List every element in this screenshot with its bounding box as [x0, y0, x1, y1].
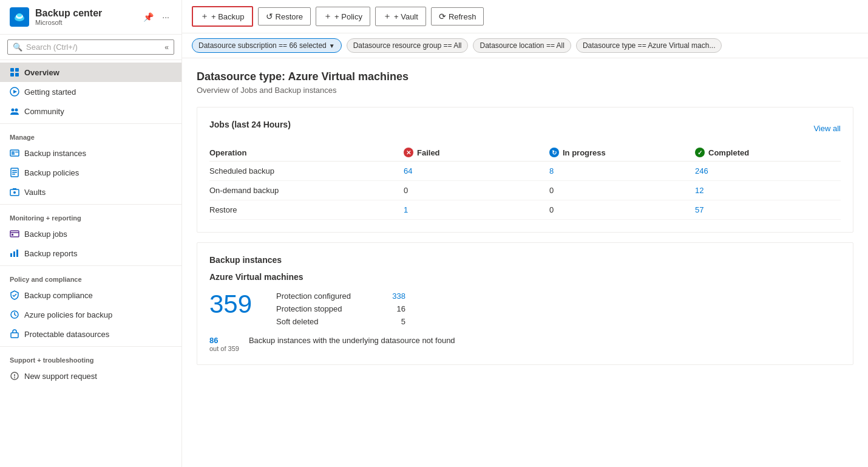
plus-icon: ＋ — [200, 11, 209, 22]
sidebar-item-backup-policies[interactable]: Backup policies — [0, 163, 181, 182]
sidebar-item-protectable[interactable]: Protectable datasources — [0, 324, 181, 344]
filter-bar: Datasource subscription == 66 selected ▼… — [182, 33, 868, 58]
col-header-completed: ✓ Completed — [695, 144, 841, 162]
subscription-filter[interactable]: Datasource subscription == 66 selected ▼ — [192, 38, 342, 53]
sidebar-item-label: Backup reports — [24, 249, 77, 258]
new-support-icon — [10, 371, 19, 381]
chevron-down-icon: ▼ — [329, 43, 335, 49]
sidebar-item-azure-policies[interactable]: Azure policies for backup — [0, 305, 181, 324]
number-cell: 0 — [549, 181, 695, 200]
instances-vm-title: Azure Virtual machines — [209, 272, 841, 282]
table-row: On-demand backup0012 — [209, 181, 841, 200]
sidebar-nav: Overview Getting started Community Manag… — [0, 60, 181, 467]
nav-divider — [0, 123, 181, 124]
collapse-button[interactable]: « — [164, 43, 169, 52]
jobs-header: Jobs (last 24 Hours) View all — [209, 120, 841, 137]
protection-configured-value[interactable]: 338 — [387, 291, 405, 301]
main-content: ＋ + Backup ↺ Restore ＋ + Policy ＋ + Vaul… — [182, 0, 868, 467]
backup-compliance-icon — [10, 290, 19, 300]
page-title: Datasource type: Azure Virtual machines — [197, 70, 853, 83]
sidebar-header: Backup center Microsoft 📌 ··· — [0, 0, 181, 35]
policy-button[interactable]: ＋ + Policy — [316, 7, 370, 26]
svg-rect-22 — [12, 234, 13, 236]
more-button[interactable]: ··· — [160, 11, 172, 23]
sidebar-item-label: Overview — [24, 68, 59, 77]
refresh-button[interactable]: ⟳ Refresh — [431, 7, 484, 26]
sidebar-item-overview[interactable]: Overview — [0, 63, 181, 82]
number-cell[interactable]: 12 — [695, 181, 841, 200]
sidebar-item-backup-instances[interactable]: Backup instances — [0, 143, 181, 163]
soft-deleted-value: 5 — [387, 317, 405, 326]
instances-details: Protection configured 338 Protection sto… — [276, 291, 405, 326]
search-box: 🔍 « — [7, 39, 174, 55]
search-icon: 🔍 — [13, 43, 22, 52]
backup-policies-icon — [10, 168, 19, 177]
svg-point-9 — [12, 109, 15, 112]
vaults-icon — [10, 187, 19, 197]
community-icon — [10, 106, 19, 116]
restore-icon: ↺ — [266, 12, 273, 21]
location-filter-label: Datasource location == All — [480, 41, 564, 50]
svg-rect-25 — [16, 250, 18, 257]
sidebar-item-label: Protectable datasources — [24, 330, 109, 339]
sidebar-item-label: Community — [24, 107, 64, 116]
backup-button[interactable]: ＋ + Backup — [192, 6, 253, 27]
header-actions: 📌 ··· — [141, 11, 172, 23]
instances-total: 359 — [209, 291, 252, 317]
pin-button[interactable]: 📌 — [141, 11, 156, 23]
support-section-label: Support + troubleshooting — [0, 349, 181, 366]
svg-rect-5 — [10, 73, 14, 77]
app-title-block: Backup center Microsoft — [35, 8, 135, 26]
inprogress-status-icon: ↻ — [549, 148, 559, 157]
app-icon — [10, 7, 29, 27]
search-input[interactable] — [26, 43, 161, 52]
type-filter[interactable]: Datasource type == Azure Virtual mach... — [576, 38, 722, 53]
jobs-card: Jobs (last 24 Hours) View all Operation … — [197, 107, 853, 233]
sidebar-item-new-support[interactable]: New support request — [0, 366, 181, 386]
svg-point-2 — [17, 13, 22, 17]
footer-number[interactable]: 86 — [209, 336, 239, 345]
sidebar-item-community[interactable]: Community — [0, 101, 181, 121]
sidebar-search-bar: 🔍 « — [0, 35, 181, 60]
number-cell[interactable]: 8 — [549, 162, 695, 181]
protectable-icon — [10, 329, 19, 339]
svg-rect-6 — [15, 73, 19, 77]
backup-reports-icon — [10, 248, 19, 258]
svg-rect-3 — [10, 68, 14, 72]
jobs-title: Jobs (last 24 Hours) — [209, 120, 291, 129]
svg-rect-13 — [15, 151, 18, 153]
sidebar-item-getting-started[interactable]: Getting started — [0, 82, 181, 101]
operation-cell: Scheduled backup — [209, 162, 404, 181]
monitoring-section-label: Monitoring + reporting — [0, 207, 181, 224]
sidebar-item-label: Vaults — [24, 188, 46, 197]
sidebar-item-backup-jobs[interactable]: Backup jobs — [0, 224, 181, 244]
restore-button[interactable]: ↺ Restore — [258, 7, 311, 26]
sidebar-item-label: Backup jobs — [24, 230, 67, 239]
backup-jobs-icon — [10, 229, 19, 239]
vault-button[interactable]: ＋ + Vault — [375, 7, 426, 26]
location-filter[interactable]: Datasource location == All — [473, 38, 571, 53]
jobs-table: Operation ✕ Failed ↻ — [209, 144, 841, 220]
sidebar-item-backup-reports[interactable]: Backup reports — [0, 244, 181, 263]
sidebar-item-label: Backup policies — [24, 168, 79, 177]
number-cell[interactable]: 1 — [404, 200, 549, 220]
manage-section-label: Manage — [0, 126, 181, 143]
detail-row-protection-configured: Protection configured 338 — [276, 291, 405, 301]
svg-rect-20 — [10, 231, 19, 237]
app-title: Backup center — [35, 8, 135, 19]
col-header-failed: ✕ Failed — [404, 144, 549, 162]
sidebar: Backup center Microsoft 📌 ··· 🔍 « Overvi… — [0, 0, 182, 467]
detail-row-soft-deleted: Soft deleted 5 — [276, 317, 405, 326]
number-cell[interactable]: 57 — [695, 200, 841, 220]
resource-group-filter[interactable]: Datasource resource group == All — [347, 38, 469, 53]
col-header-inprogress: ↻ In progress — [549, 144, 695, 162]
number-cell[interactable]: 246 — [695, 162, 841, 181]
type-filter-label: Datasource type == Azure Virtual mach... — [583, 41, 716, 50]
sidebar-item-backup-compliance[interactable]: Backup compliance — [0, 285, 181, 305]
view-all-link[interactable]: View all — [813, 124, 841, 133]
policy-section-label: Policy and compliance — [0, 268, 181, 285]
sidebar-item-vaults[interactable]: Vaults — [0, 182, 181, 202]
number-cell: 0 — [549, 200, 695, 220]
number-cell[interactable]: 64 — [404, 162, 549, 181]
subscription-filter-label: Datasource subscription == 66 selected — [198, 41, 327, 50]
